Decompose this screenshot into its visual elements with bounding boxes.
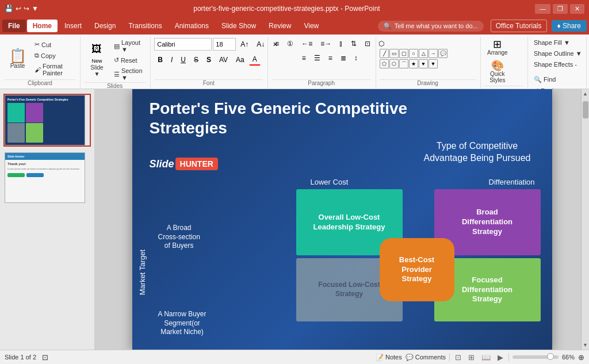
bold-button[interactable]: B [154,54,166,66]
rounded-rect-shape[interactable]: ▢ [399,49,408,58]
italic-button[interactable]: I [167,54,176,66]
copy-button[interactable]: ⧉Copy [32,51,75,60]
font-family-selector[interactable] [154,38,212,51]
format-painter-button[interactable]: 🖌Format Painter [32,62,75,78]
change-case-button[interactable]: Aa [232,54,248,66]
increase-indent-button[interactable]: ≡→ [317,38,335,49]
shape-fill-button[interactable]: Shape Fill ▼ [531,38,572,47]
paste-button[interactable]: 📋 Paste [5,47,30,71]
slideshow-menu[interactable]: Slide Show [216,20,262,32]
status-bar: Slide 1 of 2 ⊡ 📝 Notes 💬 Comments ⊡ ⊞ 📖 … [0,350,589,364]
section-button[interactable]: ☰ Section ▼ [112,66,146,82]
quick-styles-button[interactable]: 🎨 QuickStyles [484,59,510,85]
slide-sorter-button[interactable]: ⊞ [466,352,476,363]
fit-to-window-button[interactable]: ⊕ [578,353,584,362]
save-icon[interactable]: 💾 [5,5,13,13]
notes-button[interactable]: 📝 Notes [376,354,402,361]
triangle-shape[interactable]: △ [419,49,428,58]
paste-label: Paste [10,63,25,69]
layout-label: Layout ▼ [121,39,143,53]
arrow-shape[interactable]: → [429,49,438,58]
normal-view-button[interactable]: ⊡ [453,352,463,363]
transitions-menu[interactable]: Transitions [123,20,167,32]
layout-button[interactable]: ▤ Layout ▼ [112,38,146,54]
customize-icon[interactable]: ▼ [32,5,39,13]
animations-menu[interactable]: Animations [169,20,215,32]
slide-thumb-1[interactable]: 1 Porter's Five Generic Competitive Stra… [3,94,91,147]
accessibility-icon[interactable]: ⊡ [42,353,48,362]
design-menu[interactable]: Design [89,20,121,32]
cut-button[interactable]: ✂Cut [32,40,75,49]
font-label: Font [154,79,263,87]
text-direction-button[interactable]: ⇅ [347,38,360,49]
slide1-title-thumb: Porter's Five Generic Competitive Strate… [7,98,82,101]
shape-effects-button[interactable]: Shape Effects - [531,60,579,69]
review-menu[interactable]: Review [263,20,297,32]
find-button[interactable]: 🔍 Find [531,75,558,85]
shape-outline-button[interactable]: Shape Outline ▼ [531,49,584,58]
file-menu[interactable]: File [2,20,26,32]
main-slide[interactable]: Porter's Five Generic Competitive Strate… [132,89,552,350]
reset-button[interactable]: ↺ Reset [112,55,146,65]
best-cost-provider-box[interactable]: Best-CostProviderStrategy [380,238,454,301]
zoom-slider[interactable] [512,355,559,359]
status-left: Slide 1 of 2 ⊡ [5,353,48,362]
comments-button[interactable]: 💬 Comments [406,354,446,361]
justify-button[interactable]: ≣ [337,52,350,64]
zoom-thumb[interactable] [547,353,554,360]
font-size-selector[interactable] [213,38,236,51]
numbering-button[interactable]: ① [284,38,297,49]
increase-font-button[interactable]: A↑ [237,39,252,50]
scroll-down-arrow[interactable]: ▼ [581,340,589,350]
slideshow-button[interactable]: ▶ [496,352,505,363]
align-text-button[interactable]: ⊡ [361,38,374,49]
insert-menu[interactable]: Insert [59,20,87,32]
shadow-button[interactable]: S [203,54,215,66]
slide1-content-thumb [7,103,82,143]
curve-shape[interactable]: ⌒ [399,59,408,68]
columns-button[interactable]: ⫿ [336,38,346,49]
pentagon-shape[interactable]: ⬠ [380,59,389,68]
font-row-1: A↑ A↓ ✕ [154,38,281,51]
home-tab[interactable]: Home [27,20,58,32]
arrange-button[interactable]: ⊞ Arrange [484,38,511,57]
new-slide-button[interactable]: 🖼New Slide ▼ [84,41,110,79]
align-left-button[interactable]: ≡ [299,52,309,64]
font-color-button[interactable]: A [249,53,261,66]
slide-thumb-2[interactable]: 2 Slide Hunter Thank you! Lorem ipsum do… [3,151,91,204]
hex-shape[interactable]: ⬡ [389,59,399,68]
vertical-scrollbar[interactable]: ▲ ▼ [581,89,589,350]
spacing-button[interactable]: AV [216,54,231,66]
scroll-up-arrow[interactable]: ▲ [581,89,589,98]
rect-shape[interactable]: ▭ [389,49,399,58]
close-button[interactable]: ✕ [570,4,584,14]
reading-view-button[interactable]: 📖 [480,352,492,363]
align-center-button[interactable]: ☰ [311,52,324,64]
slide-count-label: Slide 1 of 2 [5,354,36,361]
align-right-button[interactable]: ≡ [325,52,336,64]
decrease-indent-button[interactable]: ←≡ [298,38,316,49]
star-shape[interactable]: ★ [409,59,418,68]
office-tutorials-link[interactable]: Office Tutorials [491,20,547,32]
cut-icon: ✂ [35,41,40,48]
more-shapes[interactable]: ▼ [429,59,438,68]
callout-shape[interactable]: 💬 [438,49,448,58]
drawing-label: Drawing [380,79,476,87]
decrease-font-button[interactable]: A↓ [253,39,268,50]
underline-button[interactable]: U [177,54,189,66]
line-spacing-button[interactable]: ↕ [351,52,361,64]
share-button[interactable]: ♦ Share [552,20,587,32]
undo-icon[interactable]: ↩ [16,5,21,13]
scroll-thumb[interactable] [583,101,588,118]
ellipse-shape[interactable]: ○ [409,49,418,58]
view-menu[interactable]: View [298,20,324,32]
line-shape[interactable]: ╱ [380,49,389,58]
tell-me-box[interactable]: 🔍 Tell me what you want to do... [378,21,484,32]
heart-shape[interactable]: ♥ [419,59,428,68]
redo-icon[interactable]: ↪ [24,5,29,13]
strikethrough-button[interactable]: S [190,54,202,66]
bullets-button[interactable]: ≡ [271,38,282,49]
minimize-button[interactable]: — [535,4,550,14]
restore-button[interactable]: ❐ [553,4,568,14]
reset-icon: ↺ [114,56,119,64]
